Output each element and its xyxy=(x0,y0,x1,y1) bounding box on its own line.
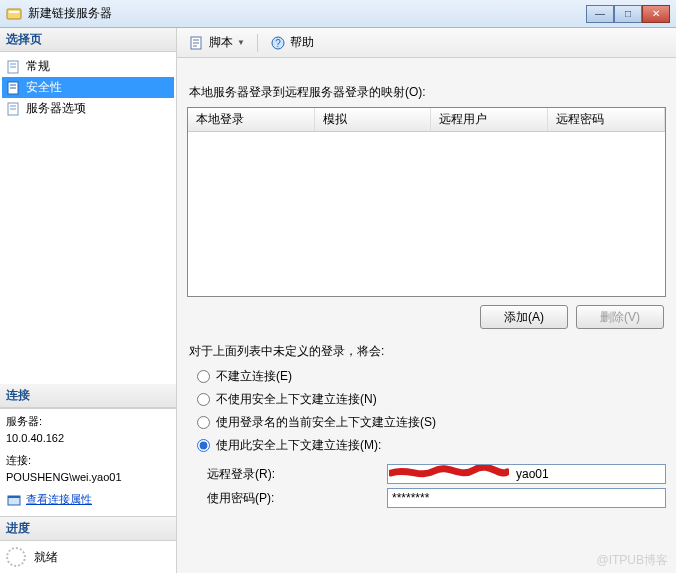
svg-rect-0 xyxy=(7,9,21,19)
script-label: 脚本 xyxy=(209,34,233,51)
radio-intro-label: 对于上面列表中未定义的登录，将会: xyxy=(189,343,666,360)
left-pane: 选择页 常规 安全性 服务器选项 连接 服务器: 10.0.40.162 连接:… xyxy=(0,28,177,573)
page-icon xyxy=(6,80,22,96)
radio-no-connection[interactable]: 不建立连接(E) xyxy=(197,368,666,385)
chevron-down-icon: ▼ xyxy=(237,38,245,47)
progress-header: 进度 xyxy=(0,517,176,541)
server-label: 服务器: xyxy=(6,413,170,430)
properties-icon xyxy=(6,492,22,508)
login-mapping-grid[interactable]: 本地登录 模拟 远程用户 远程密码 xyxy=(187,107,666,297)
toolbar-separator xyxy=(257,34,258,52)
mapping-label: 本地服务器登录到远程服务器登录的映射(O): xyxy=(189,84,666,101)
window-buttons: — □ ✕ xyxy=(586,5,670,23)
radio-label: 使用登录名的当前安全上下文建立连接(S) xyxy=(216,414,436,431)
password-label: 使用密码(P): xyxy=(207,490,377,507)
content-area: 本地服务器登录到远程服务器登录的映射(O): 本地登录 模拟 远程用户 远程密码… xyxy=(177,58,676,573)
radio-label: 不建立连接(E) xyxy=(216,368,292,385)
window-title: 新建链接服务器 xyxy=(28,5,586,22)
script-button[interactable]: 脚本 ▼ xyxy=(185,32,249,53)
radio-no-security-context[interactable]: 不使用安全上下文建立连接(N) xyxy=(197,391,666,408)
connection-header: 连接 xyxy=(0,384,176,408)
minimize-button[interactable]: — xyxy=(586,5,614,23)
col-impersonate[interactable]: 模拟 xyxy=(315,108,432,131)
view-connection-properties-link[interactable]: 查看连接属性 xyxy=(6,491,92,508)
link-label: 查看连接属性 xyxy=(26,491,92,508)
progress-section: 进度 就绪 xyxy=(0,516,176,573)
nav-list: 常规 安全性 服务器选项 xyxy=(0,52,176,123)
svg-text:?: ? xyxy=(275,38,281,49)
nav-item-label: 常规 xyxy=(26,58,50,75)
connection-box: 服务器: 10.0.40.162 连接: POUSHENG\wei.yao01 … xyxy=(0,408,176,516)
nav-item-server-options[interactable]: 服务器选项 xyxy=(2,98,174,119)
watermark: @ITPUB博客 xyxy=(596,552,668,569)
right-pane: 脚本 ▼ ? 帮助 本地服务器登录到远程服务器登录的映射(O): 本地登录 模拟… xyxy=(177,28,676,573)
progress-status: 就绪 xyxy=(34,549,58,566)
help-icon: ? xyxy=(270,35,286,51)
conn-value: POUSHENG\wei.yao01 xyxy=(6,469,170,486)
help-label: 帮助 xyxy=(290,34,314,51)
password-input[interactable] xyxy=(387,488,666,508)
login-option-radios: 不建立连接(E) 不使用安全上下文建立连接(N) 使用登录名的当前安全上下文建立… xyxy=(197,368,666,454)
security-context-fields: 远程登录(R): 使用密码(P): xyxy=(207,464,666,508)
svg-rect-12 xyxy=(8,496,20,498)
progress-spinner-icon xyxy=(6,547,26,567)
page-icon xyxy=(6,59,22,75)
radio-label: 不使用安全上下文建立连接(N) xyxy=(216,391,377,408)
page-icon xyxy=(6,101,22,117)
svg-rect-1 xyxy=(9,11,19,13)
grid-header-row: 本地登录 模拟 远程用户 远程密码 xyxy=(188,108,665,132)
nav-item-label: 安全性 xyxy=(26,79,62,96)
col-remote-user[interactable]: 远程用户 xyxy=(431,108,548,131)
script-icon xyxy=(189,35,205,51)
add-button[interactable]: 添加(A) xyxy=(480,305,568,329)
radio-this-security-context[interactable]: 使用此安全上下文建立连接(M): xyxy=(197,437,666,454)
col-remote-password[interactable]: 远程密码 xyxy=(548,108,665,131)
app-icon xyxy=(6,6,22,22)
select-page-header: 选择页 xyxy=(0,28,176,52)
nav-item-security[interactable]: 安全性 xyxy=(2,77,174,98)
close-button[interactable]: ✕ xyxy=(642,5,670,23)
remote-login-label: 远程登录(R): xyxy=(207,466,377,483)
server-value: 10.0.40.162 xyxy=(6,430,170,447)
toolbar: 脚本 ▼ ? 帮助 xyxy=(177,28,676,58)
conn-label: 连接: xyxy=(6,452,170,469)
nav-item-general[interactable]: 常规 xyxy=(2,56,174,77)
col-local-login[interactable]: 本地登录 xyxy=(188,108,315,131)
radio-label: 使用此安全上下文建立连接(M): xyxy=(216,437,381,454)
title-bar: 新建链接服务器 — □ ✕ xyxy=(0,0,676,28)
remove-button[interactable]: 删除(V) xyxy=(576,305,664,329)
maximize-button[interactable]: □ xyxy=(614,5,642,23)
nav-item-label: 服务器选项 xyxy=(26,100,86,117)
radio-current-security-context[interactable]: 使用登录名的当前安全上下文建立连接(S) xyxy=(197,414,666,431)
redaction-mark xyxy=(389,465,509,481)
help-button[interactable]: ? 帮助 xyxy=(266,32,318,53)
